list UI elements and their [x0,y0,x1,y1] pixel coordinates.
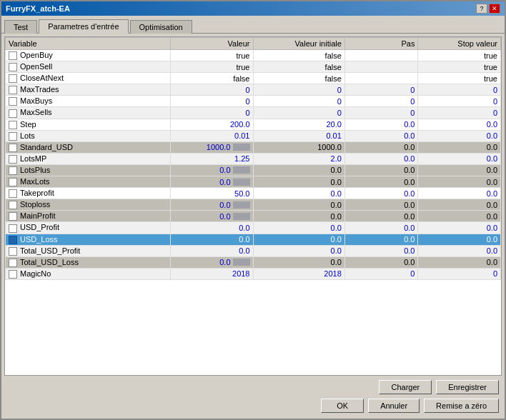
row-checkbox[interactable] [9,144,17,152]
valeur-cell: 0 [171,107,254,119]
parameters-table-container[interactable]: Variable Valeur Valeur initiale Pas Stop… [4,36,502,376]
row-checkbox[interactable] [9,201,17,209]
stop-valeur-cell: 0.0 [418,199,501,211]
valeur-initiale-cell: 0.0 [253,176,344,188]
pas-cell [344,50,418,61]
variable-cell: USD_Loss [6,234,171,245]
variable-name: MainProfit [20,211,56,220]
row-checkbox[interactable] [9,247,17,256]
table-row: Standard_USD1000.01000.00.00.0 [6,141,501,153]
row-checkbox[interactable] [9,109,17,118]
stop-valeur-cell: 0 [418,107,501,119]
help-button[interactable]: ? [476,4,487,14]
row-checkbox[interactable] [9,270,17,279]
charger-button[interactable]: Charger [379,380,432,394]
variable-name: CloseAtNext [20,74,64,82]
stop-valeur-cell: 0.0 [418,153,501,164]
stop-valeur-cell: 0.0 [418,176,501,188]
stop-valeur-cell: 0.0 [418,188,501,199]
valeur-initiale-cell: 0.0 [253,199,344,211]
valeur-cell: 0.0 [171,256,254,268]
variable-cell: MaxTrades [6,84,171,96]
valeur-cell: 0.0 [171,234,254,245]
row-checkbox[interactable] [9,121,17,129]
pas-cell: 0.0 [344,188,418,199]
variable-cell: CloseAtNext [6,73,171,84]
ok-button[interactable]: OK [321,399,364,413]
col-variable: Variable [6,38,171,50]
value-bar [233,166,250,174]
pas-cell: 0.0 [344,211,418,222]
footer-buttons-row: OK Annuler Remise a zéro [4,397,502,416]
row-checkbox[interactable] [9,155,17,164]
variable-cell: Lots [6,130,171,141]
valeur-initiale-cell: false [253,61,344,73]
valeur-initiale-cell: 0 [253,107,344,119]
stop-valeur-cell: true [418,73,501,84]
tabs-bar: Test Parametres d'entrée Optimisation [1,16,505,34]
variable-name: MaxLots [20,177,50,186]
valeur-cell: 1.25 [171,153,254,164]
variable-cell: MainProfit [6,211,171,222]
row-checkbox[interactable] [9,51,17,60]
row-checkbox[interactable] [9,86,17,94]
row-checkbox[interactable] [9,74,17,83]
variable-cell: LotsMP [6,153,171,164]
stop-valeur-cell: 0 [418,268,501,279]
row-checkbox[interactable] [9,63,17,71]
table-row: MaxBuys0000 [6,96,501,107]
enregistrer-button[interactable]: Enregistrer [436,380,499,394]
valeur-cell: false [171,73,254,84]
variable-name: LotsMP [20,154,46,163]
row-checkbox[interactable] [9,189,17,198]
stop-valeur-cell: 0.0 [418,256,501,268]
row-checkbox[interactable] [9,236,17,244]
valeur-cell: 0.0 [171,211,254,222]
table-row: MagicNo2018201800 [6,268,501,279]
variable-cell: Takeprofit [6,188,171,199]
window-title: FurryFX_atch-EA [6,4,70,13]
table-row: MaxSells0000 [6,107,501,119]
variable-cell: USD_Profit [6,222,171,234]
pas-cell: 0.0 [344,141,418,153]
pas-cell: 0 [344,268,418,279]
tab-optimisation[interactable]: Optimisation [130,20,192,34]
table-row: Stoploss0.00.00.00.0 [6,199,501,211]
variable-cell: Total_USD_Loss [6,256,171,268]
tab-params[interactable]: Parametres d'entrée [39,19,128,34]
row-checkbox[interactable] [9,132,17,141]
tab-test[interactable]: Test [4,20,37,34]
valeur-initiale-cell: false [253,73,344,84]
bottom-buttons-row: Charger Enregistrer [4,376,502,397]
row-checkbox[interactable] [9,259,17,267]
stop-valeur-cell: 0 [418,84,501,96]
close-button[interactable]: ✕ [489,4,500,14]
stop-valeur-cell: 0.0 [418,234,501,245]
table-row: Step200.020.00.00.0 [6,119,501,130]
valeur-initiale-cell: 0 [253,84,344,96]
pas-cell: 0 [344,84,418,96]
annuler-button[interactable]: Annuler [368,399,420,413]
variable-cell: MaxBuys [6,96,171,107]
table-row: Takeprofit50.00.00.00.0 [6,188,501,199]
stop-valeur-cell: 0.0 [418,141,501,153]
row-checkbox[interactable] [9,178,17,186]
pas-cell: 0.0 [344,164,418,176]
row-checkbox[interactable] [9,212,17,221]
pas-cell: 0 [344,96,418,107]
value-bar [233,213,250,220]
row-checkbox[interactable] [9,97,17,106]
valeur-initiale-cell: 2.0 [253,153,344,164]
table-row: USD_Loss0.00.00.00.0 [6,234,501,245]
variable-cell: LotsPlus [6,164,171,176]
variable-cell: Standard_USD [6,141,171,153]
table-row: CloseAtNextfalsefalsetrue [6,73,501,84]
variable-name: Stoploss [20,200,50,209]
row-checkbox[interactable] [9,166,17,175]
valeur-cell: 1000.0 [171,141,254,153]
remise-button[interactable]: Remise a zéro [424,399,499,413]
row-checkbox[interactable] [9,224,17,233]
table-row: USD_Profit0.00.00.00.0 [6,222,501,234]
table-row: MaxTrades0000 [6,84,501,96]
value-bar [233,144,250,151]
